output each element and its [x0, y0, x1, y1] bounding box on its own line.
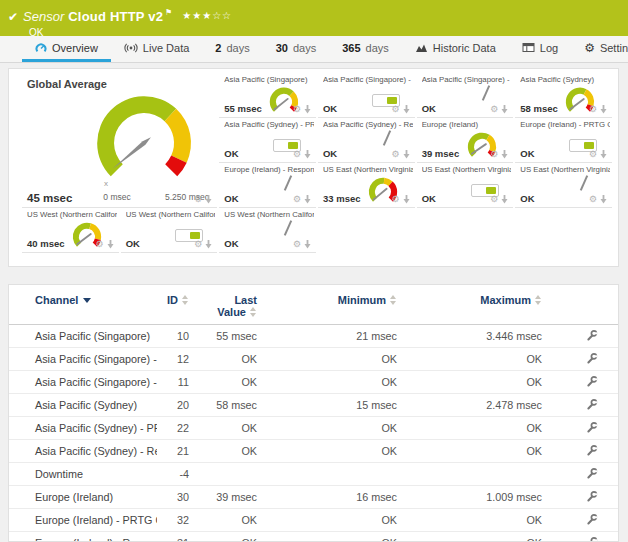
wrench-icon[interactable]: [586, 490, 598, 502]
table-row[interactable]: Asia Pacific (Sydney) - Re... 21 OK OK O…: [9, 440, 619, 463]
global-average-gauge: x: [86, 85, 202, 189]
gear-icon[interactable]: ⚙: [293, 150, 301, 159]
gear-icon[interactable]: ⚙: [589, 150, 597, 159]
gear-icon[interactable]: ⚙: [392, 150, 400, 159]
wrench-icon[interactable]: [586, 467, 598, 479]
pin-icon[interactable]: [205, 195, 212, 204]
tab-365-days[interactable]: 365 days: [329, 36, 402, 62]
cell-id: 12: [157, 348, 197, 371]
pin-icon[interactable]: [403, 195, 410, 204]
wrench-icon[interactable]: [586, 352, 598, 364]
gear-icon[interactable]: ⚙: [293, 195, 301, 204]
gauge-tile-global-average[interactable]: Global Average x 0 msec 5.250 msec 45 ms…: [22, 73, 217, 208]
column-header-last-value[interactable]: Last Value: [197, 285, 265, 325]
tab-2-days[interactable]: 2 days: [202, 36, 262, 62]
gauge-title: US West (Northern California)...: [224, 210, 314, 219]
status-check-icon: ✔: [8, 10, 18, 24]
gear-icon[interactable]: ⚙: [293, 105, 301, 114]
pin-icon[interactable]: [107, 240, 114, 249]
table-row[interactable]: Asia Pacific (Singapore) - ... 12 OK OK …: [9, 348, 619, 371]
wrench-icon[interactable]: [586, 398, 598, 410]
wrench-icon[interactable]: [586, 375, 598, 387]
priority-stars[interactable]: ★★★☆☆: [182, 10, 232, 21]
tab-label: Live Data: [143, 42, 189, 54]
pin-icon[interactable]: [403, 105, 410, 114]
gauge-tile[interactable]: US East (Northern Virginia) - ... OK ⚙: [515, 163, 612, 208]
pin-icon[interactable]: [304, 150, 311, 159]
wrench-icon[interactable]: [586, 421, 598, 433]
gear-icon[interactable]: ⚙: [490, 105, 498, 114]
table-row[interactable]: Downtime -4: [9, 463, 619, 486]
cell-id: 21: [157, 440, 197, 463]
pin-icon[interactable]: [403, 150, 410, 159]
gear-icon[interactable]: ⚙: [392, 195, 400, 204]
table-row[interactable]: Europe (Ireland) - Respon... 31 OK OK OK: [9, 532, 619, 542]
wrench-icon[interactable]: [586, 536, 598, 542]
gauge-tile[interactable]: Europe (Ireland) - Response C... OK ⚙: [219, 163, 316, 208]
wrench-icon[interactable]: [586, 329, 598, 341]
log-icon: [522, 42, 535, 53]
tab-live-data[interactable]: Live Data: [111, 36, 202, 62]
column-header-channel[interactable]: Channel: [9, 285, 157, 325]
cell-minimum: OK: [265, 440, 405, 463]
gauge-tile[interactable]: US West (Northern California)... OK ⚙: [121, 208, 218, 253]
gauge-tile[interactable]: Asia Pacific (Sydney) 58 msec ⚙: [515, 73, 612, 118]
gear-icon[interactable]: ⚙: [96, 240, 104, 249]
column-header-maximum[interactable]: Maximum: [405, 285, 550, 325]
cell-last-value: OK: [197, 509, 265, 532]
wrench-icon[interactable]: [586, 444, 598, 456]
pin-icon[interactable]: [600, 150, 607, 159]
gauge-tile[interactable]: US East (Northern Virginia) - ... OK ⚙: [417, 163, 514, 208]
gauge-title: US East (Northern Virginia) - ...: [520, 165, 610, 174]
pin-icon[interactable]: [205, 240, 212, 249]
gauge-tile[interactable]: Europe (Ireland) - PRTG Cloud... OK ⚙: [515, 118, 612, 163]
gauge-tile[interactable]: Asia Pacific (Singapore) 55 msec ⚙: [219, 73, 316, 118]
gear-icon[interactable]: ⚙: [589, 105, 597, 114]
column-header-id[interactable]: ID: [157, 285, 197, 325]
gauge-tile[interactable]: Asia Pacific (Singapore) - Res... OK ⚙: [417, 73, 514, 118]
table-row[interactable]: Asia Pacific (Sydney) 20 58 msec 15 msec…: [9, 394, 619, 417]
gear-icon[interactable]: ⚙: [392, 105, 400, 114]
pin-icon[interactable]: [501, 105, 508, 114]
gauge-tile[interactable]: US West (Northern California) 40 msec ⚙: [22, 208, 119, 253]
gauge-value: OK: [224, 193, 238, 204]
table-row[interactable]: Asia Pacific (Singapore) 10 55 msec 21 m…: [9, 325, 619, 348]
gear-icon[interactable]: ⚙: [194, 240, 202, 249]
gear-icon[interactable]: ⚙: [194, 195, 202, 204]
gauge-tile[interactable]: Europe (Ireland) 39 msec ⚙: [417, 118, 514, 163]
tab-30-days[interactable]: 30 days: [263, 36, 330, 62]
flag-icon[interactable]: ⚑: [165, 8, 172, 17]
column-header-tools: [550, 285, 619, 325]
gauge-tile[interactable]: US West (Northern California)... OK ⚙: [219, 208, 316, 253]
table-row[interactable]: Europe (Ireland) - PRTG Cl... 32 OK OK O…: [9, 509, 619, 532]
gauge-tile[interactable]: Asia Pacific (Singapore) - PR... OK ⚙: [318, 73, 415, 118]
gear-icon[interactable]: ⚙: [490, 150, 498, 159]
tab-bar: Overview Live Data 2 days 30 days 365 da…: [0, 36, 628, 63]
pin-icon[interactable]: [501, 195, 508, 204]
column-header-minimum[interactable]: Minimum: [265, 285, 405, 325]
gear-icon[interactable]: ⚙: [589, 195, 597, 204]
gauge-title: US West (Northern California)...: [126, 210, 216, 219]
pin-icon[interactable]: [304, 240, 311, 249]
wrench-icon[interactable]: [586, 513, 598, 525]
gauge-tile[interactable]: Asia Pacific (Sydney) - PRTG ... OK ⚙: [219, 118, 316, 163]
table-row[interactable]: Europe (Ireland) 30 39 msec 16 msec 1.00…: [9, 486, 619, 509]
tab-historic-data[interactable]: Historic Data: [402, 36, 509, 62]
gear-icon[interactable]: ⚙: [490, 195, 498, 204]
gauge-value: OK: [422, 193, 436, 204]
gauge-tile[interactable]: Asia Pacific (Sydney) - Respo... OK ⚙: [318, 118, 415, 163]
tab-overview[interactable]: Overview: [22, 36, 111, 62]
pin-icon[interactable]: [304, 195, 311, 204]
tab-settings[interactable]: ⚙ Settings: [571, 36, 628, 62]
table-row[interactable]: Asia Pacific (Sydney) - PR... 22 OK OK O…: [9, 417, 619, 440]
gear-icon[interactable]: ⚙: [293, 240, 301, 249]
cell-id: 30: [157, 486, 197, 509]
pin-icon[interactable]: [304, 105, 311, 114]
table-row[interactable]: Asia Pacific (Singapore) - ... 11 OK OK …: [9, 371, 619, 394]
pin-icon[interactable]: [600, 195, 607, 204]
tab-log[interactable]: Log: [509, 36, 571, 62]
cell-minimum: 21 msec: [265, 325, 405, 348]
gauge-tile[interactable]: US East (Northern Virginia) 33 msec ⚙: [318, 163, 415, 208]
pin-icon[interactable]: [501, 150, 508, 159]
pin-icon[interactable]: [600, 105, 607, 114]
